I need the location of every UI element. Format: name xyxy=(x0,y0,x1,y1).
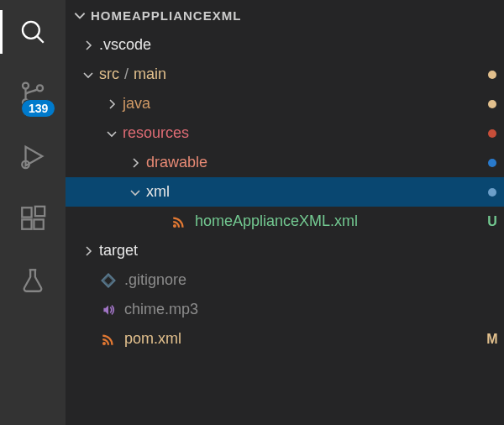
chevron-down-icon xyxy=(126,183,144,202)
rss-icon xyxy=(99,330,118,349)
chevron-down-icon xyxy=(71,6,89,24)
tree-folder[interactable]: target xyxy=(66,236,504,265)
svg-rect-9 xyxy=(35,207,45,216)
svg-rect-8 xyxy=(34,219,43,228)
rss-icon xyxy=(170,212,188,231)
tree-folder[interactable]: resources xyxy=(66,118,504,148)
section-title: HOMEAPPLIANCEXML xyxy=(91,8,241,23)
git-icon xyxy=(99,271,118,290)
run-debug-icon[interactable] xyxy=(16,139,50,173)
explorer-sidebar: HOMEAPPLIANCEXML .vscodesrc/mainjavareso… xyxy=(66,0,504,425)
tree-item-label: target xyxy=(99,242,480,260)
tree-item-label: chime.mp3 xyxy=(124,301,480,318)
svg-line-1 xyxy=(37,36,43,42)
tree-item-label: src/main xyxy=(99,66,480,83)
tree-item-label: .vscode xyxy=(99,36,480,54)
tree-folder[interactable]: drawable xyxy=(66,148,504,177)
chevron-right-icon xyxy=(126,154,144,172)
svg-point-4 xyxy=(37,85,43,91)
chevron-right-icon xyxy=(79,36,97,55)
file-tree: .vscodesrc/mainjavaresourcesdrawablexmlh… xyxy=(66,30,504,425)
explorer-section-header[interactable]: HOMEAPPLIANCEXML xyxy=(66,0,504,30)
activity-bar: 139 xyxy=(0,0,66,425)
spacer xyxy=(79,271,97,290)
git-status xyxy=(480,97,504,112)
spacer xyxy=(79,301,97,319)
tree-item-label: .gitignore xyxy=(124,271,480,289)
svg-rect-6 xyxy=(22,207,31,217)
extensions-icon[interactable] xyxy=(16,202,50,235)
search-icon[interactable] xyxy=(16,15,50,49)
git-status xyxy=(480,67,504,82)
git-status xyxy=(480,155,504,171)
tree-file[interactable]: .gitignore xyxy=(66,265,504,295)
spacer xyxy=(79,330,97,349)
chevron-down-icon xyxy=(79,66,97,84)
tree-folder[interactable]: src/main xyxy=(66,60,504,89)
tree-file[interactable]: chime.mp3 xyxy=(66,295,504,324)
tree-file[interactable]: homeApplianceXML.xmlU xyxy=(66,207,504,236)
spacer xyxy=(150,212,168,231)
svg-point-10 xyxy=(173,224,176,228)
git-status xyxy=(480,185,504,200)
tree-item-label: drawable xyxy=(146,154,480,171)
svg-rect-7 xyxy=(22,219,31,228)
audio-icon xyxy=(99,301,118,319)
chevron-down-icon xyxy=(102,124,121,143)
chevron-right-icon xyxy=(102,95,121,113)
tree-item-label: pom.xml xyxy=(124,330,480,348)
scm-badge: 139 xyxy=(21,99,55,118)
tree-file[interactable]: pom.xmlM xyxy=(66,324,504,354)
beaker-icon[interactable] xyxy=(16,264,50,297)
source-control-icon[interactable]: 139 xyxy=(16,77,50,111)
tree-item-label: xml xyxy=(146,183,480,201)
tree-item-label: java xyxy=(123,95,480,113)
git-status: M xyxy=(480,332,504,347)
svg-point-0 xyxy=(23,22,39,39)
svg-point-2 xyxy=(23,83,29,89)
git-status xyxy=(480,126,504,141)
tree-folder[interactable]: java xyxy=(66,89,504,118)
tree-item-label: resources xyxy=(123,124,480,142)
git-status: U xyxy=(480,214,504,229)
tree-folder[interactable]: xml xyxy=(66,177,504,207)
chevron-right-icon xyxy=(79,242,97,260)
tree-folder[interactable]: .vscode xyxy=(66,30,504,60)
tree-item-label: homeApplianceXML.xml xyxy=(195,212,480,230)
svg-point-11 xyxy=(102,342,106,345)
